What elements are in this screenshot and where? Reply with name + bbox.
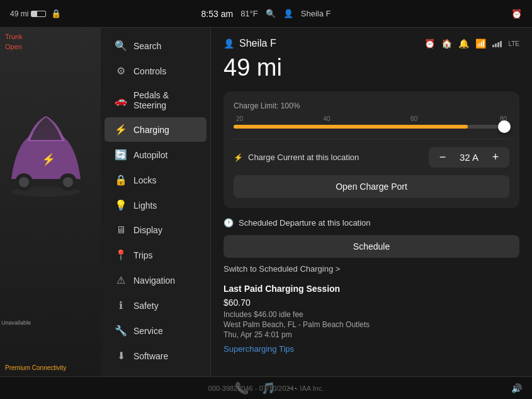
last-session-datetime: Thu, Apr 25 4:01 pm: [224, 330, 519, 339]
sidebar-label-charging: Charging: [133, 125, 169, 135]
taskbar-label: 000-39823046 - 07/10/2024 - IAA Inc.: [208, 385, 324, 392]
sidebar-item-safety[interactable]: ℹ Safety: [105, 293, 207, 318]
schedule-button[interactable]: Schedule: [224, 235, 519, 258]
lock-icon: 🔒: [51, 9, 61, 18]
main-layout: Trunk Open ⚡ Unavailab: [0, 28, 532, 376]
increase-current-button[interactable]: +: [489, 151, 502, 164]
sidebar-item-controls[interactable]: ⚙ Controls: [105, 59, 207, 83]
charge-slider-fill: [234, 125, 468, 129]
sidebar-item-lights[interactable]: 💡 Lights: [105, 193, 207, 217]
profile-name-row: 👤 Sheila F: [224, 38, 276, 49]
charge-current-row: ⚡ Charge Current at this location − 32 A…: [234, 147, 509, 168]
sidebar-label-service: Service: [133, 326, 163, 336]
sidebar-item-trips[interactable]: 📍 Trips: [105, 243, 207, 267]
status-time: 8:53 am: [201, 9, 234, 19]
scheduled-departure-section: 🕐 Scheduled Departure at this location: [224, 218, 519, 228]
bluetooth-icon: 📶: [475, 38, 486, 49]
trips-icon: 📍: [115, 249, 127, 261]
car-silhouette-svg: ⚡: [5, 66, 87, 242]
sidebar-item-software[interactable]: ⬇ Software: [105, 344, 207, 368]
charge-slider-thumb[interactable]: [498, 120, 511, 133]
content-area: 👤 Sheila F ⏰ 🏠 🔔 📶 LTE 49 mi Char: [211, 28, 532, 376]
alarm-icon-profile[interactable]: ⏰: [424, 38, 435, 49]
supercharging-tips-link[interactable]: Supercharging Tips: [224, 344, 519, 354]
battery-mileage: 49 mi: [10, 9, 28, 18]
switch-charging-link[interactable]: Switch to Scheduled Charging >: [224, 264, 519, 274]
sidebar-label-display: Display: [133, 225, 162, 235]
trunk-label: Trunk: [5, 33, 23, 40]
profile-header: 👤 Sheila F ⏰ 🏠 🔔 📶 LTE: [224, 38, 519, 49]
navigation-icon: ⚠: [115, 274, 127, 286]
sidebar-label-lights: Lights: [133, 200, 157, 211]
trunk-open: Open: [5, 43, 23, 50]
sidebar-label-navigation: Navigation: [133, 275, 175, 286]
tick-60: 60˙: [410, 115, 419, 122]
sidebar-label-locks: Locks: [133, 175, 157, 185]
sidebar-label-software: Software: [133, 351, 168, 361]
status-user: Sheila F: [301, 9, 331, 18]
sidebar-item-navigation[interactable]: ⚠ Navigation: [105, 268, 207, 292]
lte-label: LTE: [508, 40, 519, 47]
charge-current-label: ⚡ Charge Current at this location: [234, 153, 359, 162]
status-center: 8:53 am 81°F 🔍 👤 Sheila F: [201, 9, 331, 19]
sidebar-item-autopilot[interactable]: 🔄 Autopilot: [105, 142, 207, 167]
profile-icon-status: 👤: [283, 9, 293, 18]
last-session-title: Last Paid Charging Session: [224, 284, 519, 294]
charge-slider-track[interactable]: [234, 125, 509, 129]
slider-ticks: 20 40 60˙ 80: [234, 115, 509, 122]
svg-point-2: [19, 177, 29, 187]
car-image: ⚡: [5, 66, 87, 242]
sidebar: 🔍 Search ⚙ Controls 🚗 Pedals & Steering …: [101, 28, 211, 376]
sidebar-item-display[interactable]: 🖥 Display: [105, 218, 207, 242]
charge-slider-container: 20 40 60˙ 80: [234, 115, 509, 129]
profile-person-icon: 👤: [224, 38, 234, 49]
charge-current-text: Charge Current at this location: [248, 153, 359, 162]
lights-icon: 💡: [115, 199, 127, 211]
charging-card: Charge Limit: 100% 20 40 60˙ 80 ⚡ Ch: [224, 91, 519, 208]
sidebar-item-search[interactable]: 🔍 Search: [105, 33, 207, 58]
bell-icon: 🔔: [458, 38, 469, 49]
signal-bar-4: [500, 41, 502, 47]
sidebar-label-safety: Safety: [133, 301, 159, 311]
last-session-location: West Palm Beach, FL - Palm Beach Outlets: [224, 320, 519, 329]
sidebar-item-upgrades[interactable]: 🛍 Upgrades: [105, 369, 207, 376]
sidebar-item-locks[interactable]: 🔒 Locks: [105, 168, 207, 192]
charge-limit-label: Charge Limit: 100%: [234, 101, 509, 110]
bolt-icon: ⚡: [234, 153, 243, 162]
signal-bar-1: [492, 45, 494, 47]
search-icon: 🔍: [115, 40, 127, 52]
open-charge-port-button[interactable]: Open Charge Port: [234, 175, 509, 198]
controls-icon: ⚙: [115, 65, 127, 77]
profile-icons-row: ⏰ 🏠 🔔 📶 LTE: [424, 38, 519, 49]
signal-bars: [492, 40, 502, 47]
sidebar-label-controls: Controls: [133, 66, 166, 76]
clock-icon: 🕐: [224, 218, 234, 228]
decrease-current-button[interactable]: −: [436, 151, 449, 164]
last-session-idle-fee: Includes $46.00 idle fee: [224, 310, 519, 319]
scheduled-departure-label: Scheduled Departure at this location: [239, 218, 371, 228]
sidebar-label-pedals: Pedals & Steering: [133, 90, 196, 110]
sidebar-item-pedals[interactable]: 🚗 Pedals & Steering: [105, 84, 207, 117]
pedals-icon: 🚗: [115, 95, 127, 107]
last-session-amount: $60.70: [224, 298, 519, 308]
svg-text:⚡: ⚡: [42, 153, 56, 166]
battery-bar-icon: [31, 11, 46, 17]
status-right: ⏰: [511, 9, 522, 19]
tick-40: 40: [324, 115, 331, 122]
profile-name-text: Sheila F: [239, 38, 276, 49]
sidebar-item-charging[interactable]: ⚡ Charging: [105, 117, 207, 142]
sidebar-label-autopilot: Autopilot: [133, 150, 167, 160]
sidebar-item-service[interactable]: 🔧 Service: [105, 318, 207, 343]
current-value-display: 32 A: [456, 152, 482, 163]
locks-icon: 🔒: [115, 174, 127, 186]
status-temp: 81°F: [241, 9, 258, 18]
sidebar-label-search: Search: [133, 41, 161, 51]
status-bar: 49 mi 🔒 8:53 am 81°F 🔍 👤 Sheila F ⏰: [0, 0, 532, 28]
signal-bar-2: [495, 43, 497, 47]
home-icon: 🏠: [441, 38, 452, 49]
unavailable-label: Unavailable: [1, 320, 31, 326]
sound-icon[interactable]: 🔊: [511, 383, 522, 393]
service-icon: 🔧: [115, 325, 127, 337]
safety-icon: ℹ: [115, 299, 127, 311]
svg-point-4: [63, 177, 73, 187]
